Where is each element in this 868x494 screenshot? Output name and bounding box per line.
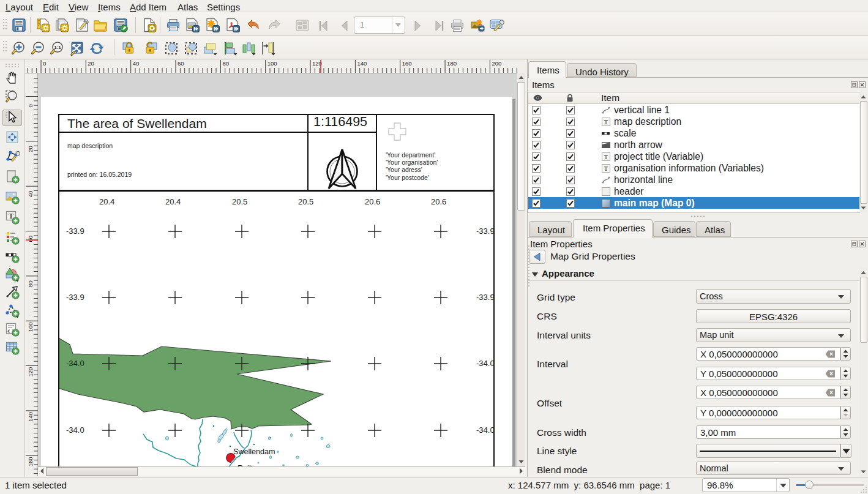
svg-text:100: 100 [268, 60, 277, 67]
svg-text:160: 160 [27, 457, 34, 466]
svg-text:0: 0 [27, 104, 34, 107]
svg-text:100: 100 [27, 322, 34, 332]
svg-text:200: 200 [492, 60, 501, 67]
svg-text:140: 140 [357, 60, 367, 67]
svg-text:1:1: 1:1 [54, 45, 61, 50]
svg-text:60: 60 [27, 236, 34, 242]
svg-text:T: T [604, 165, 608, 172]
svg-text:140: 140 [27, 412, 34, 422]
svg-text:0: 0 [43, 60, 46, 67]
svg-text:T: T [604, 119, 608, 125]
svg-text:80: 80 [222, 60, 229, 67]
svg-text:Swellendam: Swellendam [233, 447, 275, 456]
svg-text:20: 20 [27, 146, 34, 152]
svg-text:20: 20 [88, 60, 94, 67]
svg-text:40: 40 [27, 191, 34, 198]
svg-text:120: 120 [27, 367, 34, 377]
svg-text:40: 40 [133, 60, 140, 67]
svg-text:T: T [604, 154, 608, 160]
svg-text:60: 60 [178, 60, 184, 67]
svg-text:160: 160 [402, 60, 412, 67]
svg-text:180: 180 [447, 60, 457, 67]
svg-text:80: 80 [27, 280, 34, 287]
